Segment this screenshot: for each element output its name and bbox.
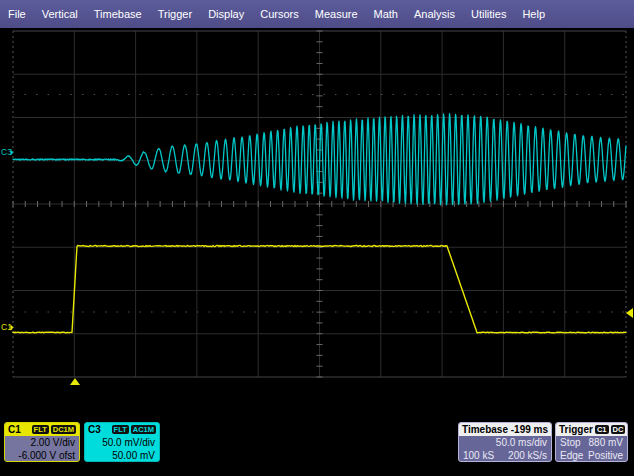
- timebase-samples: 100 kS: [463, 449, 494, 462]
- c1-offset: -6.000 V ofst: [5, 449, 79, 462]
- trigger-level: 880 mV: [589, 436, 623, 449]
- c1-channel-indicator[interactable]: C1: [1, 322, 14, 332]
- trigger-descriptor-box[interactable]: Trigger C1 DC Stop 880 mV Edge Positive: [555, 422, 628, 462]
- trigger-position-marker[interactable]: [70, 378, 80, 385]
- c3-filter-badge: FLT: [112, 425, 129, 434]
- c1-indicator-label: C1: [1, 322, 12, 332]
- menu-item-math[interactable]: Math: [366, 0, 406, 28]
- timebase-rate: 200 kS/s: [508, 449, 547, 462]
- timebase-descriptor-box[interactable]: Timebase -199 ms 50.0 ms/div 100 kS 200 …: [458, 422, 552, 462]
- c1-volts-per-div: 2.00 V/div: [5, 436, 79, 449]
- c1-coupling-badge: DC1M: [51, 425, 76, 434]
- trigger-type: Edge: [560, 449, 583, 462]
- c3-indicator-label: C3: [1, 147, 12, 157]
- c1-descriptor-box[interactable]: C1 FLT DC1M 2.00 V/div -6.000 V ofst: [4, 422, 80, 462]
- c3-offset: 50.00 mV: [85, 449, 159, 462]
- waveform-display: C3 C1: [0, 0, 634, 476]
- c3-label: C3: [88, 424, 101, 435]
- trigger-source-badge: C1: [595, 425, 609, 434]
- menu-item-utilities[interactable]: Utilities: [463, 0, 514, 28]
- menu-item-timebase[interactable]: Timebase: [86, 0, 150, 28]
- c3-indicator-arrow-icon: [11, 150, 14, 156]
- timebase-scale: 50.0 ms/div: [459, 436, 551, 449]
- menu-item-file[interactable]: File: [0, 0, 34, 28]
- c1-filter-badge: FLT: [32, 425, 49, 434]
- c3-descriptor-box[interactable]: C3 FLT AC1M 50.0 mV/div 50.00 mV: [84, 422, 160, 462]
- c3-coupling-badge: AC1M: [131, 425, 156, 434]
- trigger-coupling-badge: DC: [611, 425, 626, 434]
- c3-volts-per-div: 50.0 mV/div: [85, 436, 159, 449]
- menu-item-trigger[interactable]: Trigger: [150, 0, 200, 28]
- trigger-label: Trigger: [559, 424, 593, 435]
- trigger-slope: Positive: [588, 449, 623, 462]
- c1-label: C1: [8, 424, 21, 435]
- menu-item-analysis[interactable]: Analysis: [406, 0, 463, 28]
- menu-item-display[interactable]: Display: [200, 0, 252, 28]
- c3-channel-indicator[interactable]: C3: [1, 147, 14, 157]
- menu-item-help[interactable]: Help: [514, 0, 553, 28]
- menu-item-vertical[interactable]: Vertical: [34, 0, 86, 28]
- menu-item-cursors[interactable]: Cursors: [252, 0, 307, 28]
- trigger-mode: Stop: [560, 436, 581, 449]
- menu-item-measure[interactable]: Measure: [307, 0, 366, 28]
- graticule: [13, 31, 626, 377]
- c1-indicator-arrow-icon: [11, 325, 14, 331]
- timebase-position: -199 ms: [511, 424, 548, 435]
- menu-bar: FileVerticalTimebaseTriggerDisplayCursor…: [0, 0, 634, 28]
- timebase-label: Timebase: [462, 424, 508, 435]
- trigger-level-marker[interactable]: [626, 308, 633, 318]
